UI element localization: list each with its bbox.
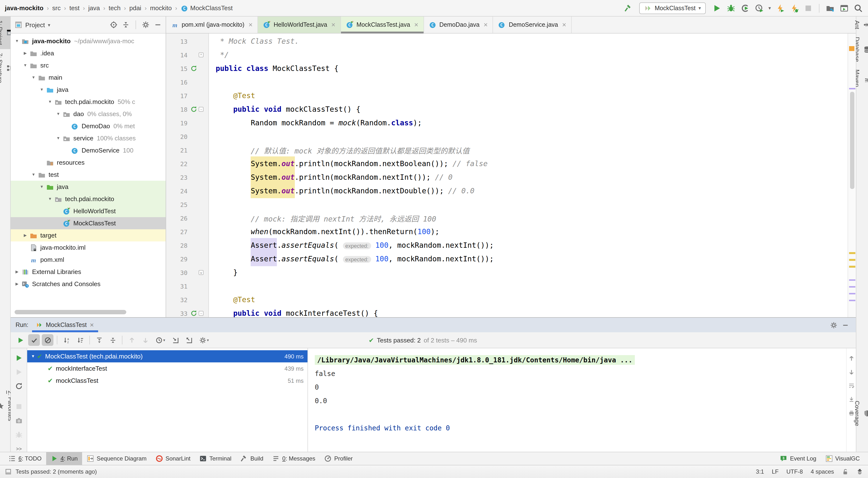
project-tree-item-java-mockito[interactable]: ▼java-mockito~/pdai/www/java-moc (11, 35, 166, 47)
code-viewport[interactable]: 13 * Mock Class Test.14^ */15public clas… (166, 33, 847, 317)
run-configuration-select[interactable]: MockClassTest▾ (639, 2, 706, 14)
chevron-expanded-icon[interactable]: ▼ (22, 63, 29, 67)
locate-icon[interactable] (110, 21, 118, 29)
project-tree-item-mockclasstest[interactable]: CMockClassTest (11, 217, 166, 229)
sort-by-duration-button[interactable] (74, 334, 86, 346)
run-tab[interactable]: MockClassTest ✕ (32, 318, 98, 332)
project-tree-item-external-libraries[interactable]: ▶External Libraries (11, 266, 166, 278)
fold-marker-icon[interactable]: ^ (199, 53, 204, 57)
toolwindow-button-coverage[interactable]: Coverage (853, 397, 868, 430)
toolwindow-button-sequence-diagram[interactable]: Sequence Diagram (82, 452, 151, 465)
toolwindows-button[interactable] (825, 3, 835, 13)
project-tree-item-tech-pdai-mockito[interactable]: ▼tech.pdai.mockito (11, 193, 166, 205)
test-result-row-mockinterfacetest[interactable]: ✔mockInterfaceTest439 ms (27, 362, 307, 375)
editor-tab-demoservice-java[interactable]: CDemoService.java✕ (493, 17, 572, 33)
line-separator[interactable]: LF (772, 468, 779, 475)
test-result-row-mockclasstest[interactable]: ▼✔MockClassTest (tech.pdai.mockito)490 m… (27, 350, 307, 362)
debug-with-profiler-button[interactable] (789, 3, 799, 13)
chevron-expanded-icon[interactable]: ▼ (55, 112, 62, 116)
rerun-tests-button[interactable] (14, 334, 26, 346)
chevron-expanded-icon[interactable]: ▼ (46, 99, 54, 104)
chevron-expanded-icon[interactable]: ▼ (46, 197, 54, 201)
run-console[interactable]: /Library/Java/JavaVirtualMachines/jdk1.8… (308, 348, 846, 452)
project-tree-item-java[interactable]: ▼java (11, 84, 166, 96)
breadcrumb-item[interactable]: java-mockito (5, 4, 43, 12)
project-tree-item-scratches-and-consoles[interactable]: ▶Scratches and Consoles (11, 278, 166, 290)
editor-tab-helloworldtest-java[interactable]: CHelloWorldTest.java✕ (258, 17, 341, 33)
chevron-expanded-icon[interactable]: ▼ (30, 75, 37, 80)
project-tree[interactable]: ▼java-mockito~/pdai/www/java-moc▶.idea▼s… (11, 33, 166, 317)
file-encoding[interactable]: UTF-8 (786, 468, 803, 475)
chevron-down-icon[interactable]: ▾ (48, 22, 50, 27)
chevron-collapsed-icon[interactable]: ▶ (22, 233, 29, 238)
run-test-gutter-icon[interactable] (190, 106, 197, 113)
down-icon[interactable] (848, 369, 855, 376)
test-results-tree[interactable]: ▼✔MockClassTest (tech.pdai.mockito)490 m… (27, 348, 307, 452)
run-with-profiler-button[interactable] (775, 3, 785, 13)
test-result-row-mockclasstest[interactable]: ✔mockClassTest51 ms (27, 375, 307, 387)
project-tree-item--idea[interactable]: ▶.idea (11, 47, 166, 59)
collapse-all-icon[interactable] (122, 21, 130, 29)
project-tree-item-main[interactable]: ▼main (11, 71, 166, 84)
editor-tab-mockclasstest-java[interactable]: CMockClassTest.java✕ (341, 17, 424, 33)
toolwindow-button-visualgc[interactable]: VisualGC (820, 455, 864, 462)
editor-tab-pom-xml-java-mockito-[interactable]: mpom.xml (java-mockito)✕ (166, 17, 258, 33)
project-tree-item-resources[interactable]: resources (11, 156, 166, 169)
hector-icon[interactable] (856, 468, 863, 475)
gear-icon[interactable] (142, 21, 150, 29)
lock-open-icon[interactable] (842, 468, 848, 475)
thread-dump-button[interactable] (13, 417, 25, 424)
profile-button[interactable] (754, 3, 764, 13)
collapse-all-button[interactable] (107, 334, 119, 346)
project-tree-item-tech-pdai-mockito[interactable]: ▼tech.pdai.mockito50% c (11, 96, 166, 108)
chevron-expanded-icon[interactable]: ▼ (38, 87, 45, 92)
rerun-button[interactable] (13, 354, 25, 362)
editor-tab-demodao-java[interactable]: CDemoDao.java✕ (424, 17, 493, 33)
project-tree-item-target[interactable]: ▶target (11, 229, 166, 241)
toolwindow-button-build[interactable]: Build (236, 452, 268, 465)
run-with-coverage-button[interactable] (740, 3, 750, 13)
sort-alphabetically-button[interactable]: az (61, 334, 72, 346)
toolwindow-toggle-icon[interactable] (5, 468, 12, 475)
chevron-expanded-icon[interactable]: ▼ (55, 136, 62, 140)
project-tree-item-dao[interactable]: ▼dao0% classes, 0% (11, 108, 166, 120)
minus-icon[interactable] (154, 21, 162, 29)
chevron-collapsed-icon[interactable]: ▶ (13, 282, 21, 286)
fold-marker-icon[interactable]: v (199, 270, 204, 275)
chevron-expanded-icon[interactable]: ▼ (13, 39, 21, 43)
up-icon[interactable] (848, 355, 855, 362)
chevron-collapsed-icon[interactable]: ▶ (13, 270, 21, 274)
project-tree-item-demodao[interactable]: CDemoDao0% met (11, 120, 166, 132)
toolwindow-button-event-log[interactable]: 3Event Log (775, 455, 820, 462)
run-button[interactable] (712, 3, 722, 13)
project-tree-item-helloworldtest[interactable]: CHelloWorldTest (11, 205, 166, 217)
breadcrumb-item[interactable]: CMockClassTest (181, 4, 232, 12)
toolwindow-button-messages[interactable]: 0: Messages (268, 452, 320, 465)
horizontal-scrollbar[interactable] (14, 310, 126, 314)
toolwindow-button-todo[interactable]: 6: TODO (4, 452, 46, 465)
search-button[interactable] (854, 3, 863, 13)
scrollbar-thumb[interactable] (850, 92, 855, 189)
expand-all-button[interactable] (93, 334, 105, 346)
toolwindow-button-sonarlint[interactable]: SonarLint (151, 452, 195, 465)
project-tree-item-pom-xml[interactable]: mpom.xml (11, 253, 166, 266)
project-tree-item-demoservice[interactable]: CDemoService100 (11, 144, 166, 156)
run-test-gutter-icon[interactable] (190, 310, 197, 317)
breadcrumb-item[interactable]: test (69, 4, 80, 12)
chevron-collapsed-icon[interactable]: ▶ (22, 51, 29, 55)
breadcrumb-item[interactable]: pdai (129, 4, 141, 12)
close-icon[interactable]: ✕ (414, 22, 418, 28)
debug-button[interactable] (726, 3, 736, 13)
project-tree-item-src[interactable]: ▼src (11, 59, 166, 71)
error-stripe-scrollbar[interactable] (847, 33, 856, 317)
build-button[interactable] (623, 3, 633, 13)
breadcrumb-item[interactable]: mockito (150, 4, 172, 12)
show-ignored-button[interactable] (42, 334, 54, 346)
project-tree-item-java-mockito-iml[interactable]: java-mockito.iml (11, 241, 166, 253)
fold-marker-icon[interactable]: − (199, 107, 204, 112)
close-icon[interactable]: ✕ (331, 22, 335, 28)
toggle-auto-test-button[interactable] (13, 382, 25, 390)
toolwindow-button-profiler[interactable]: Profiler (320, 452, 357, 465)
breadcrumb-item[interactable]: java (88, 4, 100, 12)
close-icon[interactable]: ✕ (248, 22, 253, 28)
